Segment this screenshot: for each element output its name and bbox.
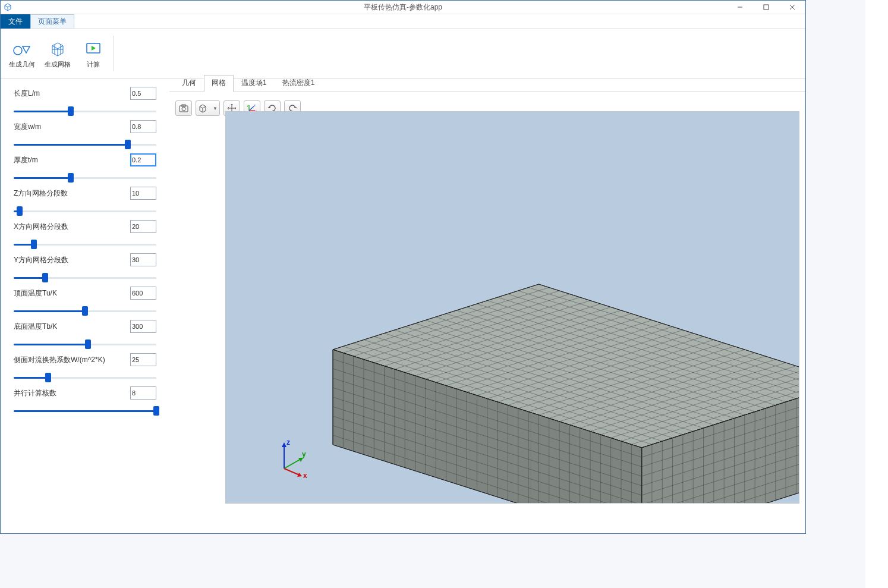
minimize-button[interactable] bbox=[727, 1, 753, 14]
cube-mesh-icon bbox=[49, 38, 67, 58]
ribbon-gen-geometry[interactable]: 生成几何 bbox=[4, 32, 40, 75]
param-label: 宽度w/m bbox=[14, 122, 41, 132]
chevron-down-icon: ▼ bbox=[213, 106, 218, 111]
param-slider-6[interactable] bbox=[14, 303, 156, 319]
graphics-viewport[interactable]: z y x bbox=[225, 111, 799, 504]
param-slider-7[interactable] bbox=[14, 337, 156, 352]
ribbon-separator bbox=[114, 36, 114, 71]
param-slider-2[interactable] bbox=[14, 170, 156, 185]
compute-icon bbox=[84, 38, 102, 58]
param-label: 长度L/m bbox=[14, 89, 40, 99]
param-input-5[interactable] bbox=[130, 253, 156, 266]
param-input-9[interactable] bbox=[130, 386, 156, 400]
param-slider-1[interactable] bbox=[14, 137, 156, 152]
param-slider-5[interactable] bbox=[14, 270, 156, 285]
param-input-1[interactable] bbox=[130, 120, 156, 133]
param-input-8[interactable] bbox=[130, 353, 156, 366]
param-slider-9[interactable] bbox=[14, 403, 156, 419]
param-label: 厚度t/m bbox=[14, 155, 38, 165]
param-input-6[interactable] bbox=[130, 287, 156, 300]
ribbon-gen-mesh[interactable]: 生成网格 bbox=[40, 32, 75, 75]
close-button[interactable] bbox=[779, 1, 805, 14]
tab-2[interactable]: 温度场1 bbox=[234, 75, 275, 92]
axis-triad: z y x bbox=[273, 432, 321, 479]
screenshot-button[interactable] bbox=[175, 100, 192, 116]
param-input-3[interactable] bbox=[130, 187, 156, 200]
param-slider-0[interactable] bbox=[14, 103, 156, 119]
tab-1[interactable]: 网格 bbox=[204, 75, 234, 92]
svg-point-5 bbox=[182, 107, 185, 111]
param-label: Z方向网格分段数 bbox=[14, 188, 68, 199]
param-input-2[interactable] bbox=[130, 153, 156, 166]
svg-text:z: z bbox=[254, 103, 256, 107]
svg-text:y: y bbox=[302, 450, 306, 458]
window-title: 平板传热仿真-参数化app bbox=[1, 2, 805, 12]
param-input-0[interactable] bbox=[130, 87, 156, 100]
param-input-4[interactable] bbox=[130, 220, 156, 233]
svg-text:y: y bbox=[247, 103, 248, 107]
param-slider-3[interactable] bbox=[14, 203, 156, 219]
param-input-7[interactable] bbox=[130, 320, 156, 333]
param-slider-8[interactable] bbox=[14, 370, 156, 385]
tab-3[interactable]: 热流密度1 bbox=[275, 75, 323, 92]
parameter-panel: 长度L/m 宽度w/m 厚度t/m Z方向网格分段数 X方向网格分段数 Y方向网… bbox=[1, 75, 169, 533]
view-cube-dropdown[interactable]: ▼ bbox=[196, 100, 220, 116]
maximize-button[interactable] bbox=[753, 1, 779, 14]
menu-file[interactable]: 文件 bbox=[1, 14, 30, 29]
svg-point-2 bbox=[14, 46, 22, 55]
ribbon-compute[interactable]: 计算 bbox=[75, 32, 111, 75]
param-label: 侧面对流换热系数W/(m^2*K) bbox=[14, 355, 105, 365]
menu-page[interactable]: 页面菜单 bbox=[30, 14, 74, 29]
tab-0[interactable]: 几何 bbox=[174, 75, 204, 92]
param-slider-4[interactable] bbox=[14, 237, 156, 252]
param-label: Y方向网格分段数 bbox=[14, 255, 68, 265]
svg-text:x: x bbox=[303, 471, 307, 479]
svg-line-144 bbox=[284, 458, 302, 468]
view-tabs: 几何网格温度场1热流密度1 bbox=[169, 75, 805, 92]
param-label: 底面温度Tb/K bbox=[14, 322, 57, 332]
svg-rect-1 bbox=[764, 5, 769, 10]
svg-text:z: z bbox=[286, 438, 290, 446]
param-label: 并行计算核数 bbox=[14, 388, 56, 398]
param-label: X方向网格分段数 bbox=[14, 222, 68, 232]
param-label: 顶面温度Tu/K bbox=[14, 288, 57, 298]
shapes-icon bbox=[12, 38, 32, 58]
